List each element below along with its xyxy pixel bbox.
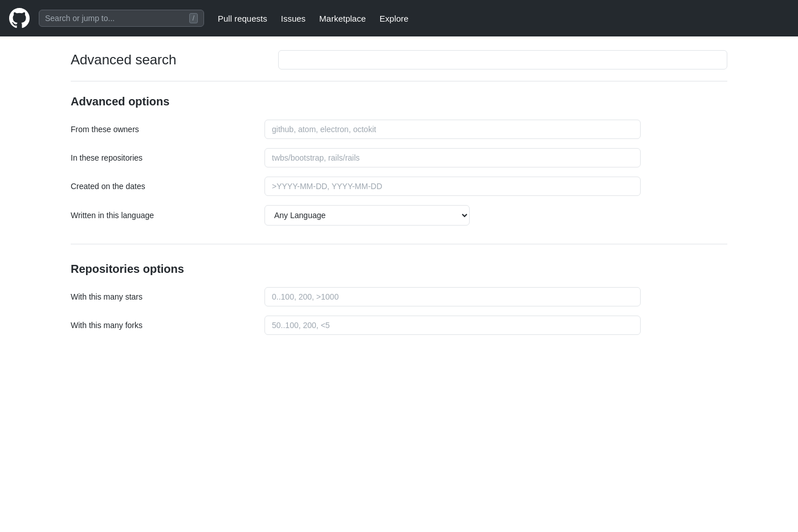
stars-row: With this many stars <box>71 287 727 306</box>
repositories-options-title: Repositories options <box>71 263 727 276</box>
nav-links: Pull requests Issues Marketplace Explore <box>218 14 409 23</box>
from-owners-input[interactable] <box>264 120 641 139</box>
created-dates-label: Created on the dates <box>71 182 264 191</box>
advanced-options-section: Advanced options From these owners In th… <box>71 95 727 226</box>
language-row: Written in this language Any Language Ja… <box>71 205 727 226</box>
language-select[interactable]: Any Language JavaScript TypeScript Pytho… <box>264 205 470 226</box>
advanced-options-title: Advanced options <box>71 95 727 108</box>
repositories-options-section: Repositories options With this many star… <box>71 263 727 335</box>
nav-search-wrapper[interactable]: / <box>39 10 204 27</box>
in-repos-row: In these repositories <box>71 148 727 167</box>
top-search-row: Advanced search <box>71 50 727 81</box>
github-logo[interactable] <box>9 8 30 28</box>
section-divider <box>71 244 727 244</box>
forks-row: With this many forks <box>71 316 727 335</box>
from-owners-row: From these owners <box>71 120 727 139</box>
nav-link-issues[interactable]: Issues <box>281 14 306 23</box>
stars-input[interactable] <box>264 287 641 306</box>
nav-link-marketplace[interactable]: Marketplace <box>319 14 366 23</box>
language-label: Written in this language <box>71 211 264 220</box>
navigation: / Pull requests Issues Marketplace Explo… <box>0 0 798 36</box>
stars-label: With this many stars <box>71 292 264 301</box>
nav-link-pull-requests[interactable]: Pull requests <box>218 14 267 23</box>
page-title: Advanced search <box>71 52 264 68</box>
forks-label: With this many forks <box>71 321 264 330</box>
forks-input[interactable] <box>264 316 641 335</box>
created-dates-input[interactable] <box>264 177 641 196</box>
in-repos-label: In these repositories <box>71 153 264 162</box>
from-owners-label: From these owners <box>71 125 264 134</box>
nav-link-explore[interactable]: Explore <box>380 14 409 23</box>
in-repos-input[interactable] <box>264 148 641 167</box>
slash-shortcut: / <box>189 13 198 23</box>
main-content: Advanced search Advanced options From th… <box>57 36 741 367</box>
top-search-input[interactable] <box>278 50 727 69</box>
nav-search-input[interactable] <box>45 14 185 23</box>
created-dates-row: Created on the dates <box>71 177 727 196</box>
